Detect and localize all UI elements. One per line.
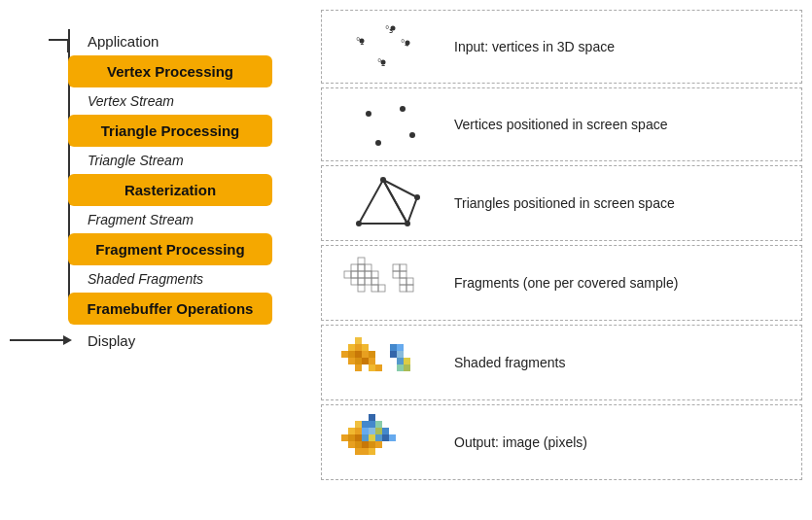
svg-point-4	[360, 38, 365, 43]
svg-rect-67	[348, 428, 355, 434]
svg-marker-13	[383, 180, 417, 224]
viz-label-4: Fragments (one per covered sample)	[454, 275, 794, 291]
viz-label-3: Triangles positioned in screen space	[454, 195, 794, 211]
viz-row-3: Triangles positioned in screen space	[321, 165, 802, 241]
svg-rect-30	[371, 271, 378, 278]
svg-point-5	[391, 25, 396, 30]
vertex-stream-label: Vertex Stream	[88, 87, 174, 115]
svg-point-8	[366, 111, 371, 117]
svg-rect-65	[404, 364, 410, 371]
svg-rect-74	[355, 448, 362, 455]
svg-rect-27	[365, 264, 371, 271]
svg-rect-64	[397, 364, 404, 371]
svg-rect-47	[355, 344, 362, 351]
svg-rect-56	[369, 364, 375, 371]
viz-row-6: Output: image (pixels)	[321, 404, 802, 480]
viz-label-1: Input: vertices in 3D space	[454, 39, 794, 54]
rasterization-box: Rasterization	[68, 174, 272, 206]
triangle-processing-box: Triangle Processing	[68, 115, 272, 147]
svg-rect-46	[355, 337, 362, 344]
svg-rect-25	[358, 278, 365, 285]
svg-rect-33	[378, 285, 385, 292]
svg-rect-70	[355, 421, 362, 428]
svg-rect-48	[355, 351, 362, 358]
svg-point-9	[400, 106, 406, 112]
viz-row-5: Shaded fragments	[321, 325, 802, 400]
svg-rect-62	[397, 358, 404, 364]
viz-row-2: Vertices positioned in screen space	[321, 87, 802, 161]
application-row: Application	[10, 33, 159, 50]
output-pixels-svg	[339, 409, 437, 475]
svg-rect-89	[375, 441, 382, 448]
svg-rect-71	[355, 428, 362, 434]
svg-rect-42	[341, 351, 348, 358]
fragment-processing-box: Fragment Processing	[68, 233, 272, 265]
svg-rect-88	[375, 434, 382, 441]
svg-rect-37	[400, 271, 406, 278]
svg-rect-69	[348, 441, 355, 448]
svg-rect-72	[355, 434, 362, 441]
svg-point-15	[380, 177, 386, 183]
display-row: Display	[10, 330, 135, 350]
svg-rect-36	[393, 271, 400, 278]
stage-row-rasterization: Rasterization	[10, 174, 311, 206]
svg-rect-76	[362, 428, 369, 434]
shaded-fragments-label: Shaded Fragments	[88, 265, 203, 293]
svg-rect-77	[362, 434, 369, 441]
svg-rect-20	[351, 271, 358, 278]
shaded-fragments-svg	[339, 329, 437, 396]
svg-rect-60	[390, 351, 397, 358]
svg-rect-86	[375, 421, 382, 428]
svg-rect-90	[382, 428, 389, 434]
svg-marker-12	[359, 180, 407, 224]
vertex-processing-box: Vertex Processing	[68, 55, 272, 87]
svg-rect-19	[351, 264, 358, 271]
viz-label-2: Vertices positioned in screen space	[454, 117, 794, 132]
svg-rect-61	[397, 351, 404, 358]
svg-rect-43	[348, 344, 355, 351]
svg-rect-57	[375, 364, 382, 371]
svg-rect-75	[362, 421, 369, 428]
svg-point-6	[406, 40, 410, 45]
viz-row-4: Fragments (one per covered sample)	[321, 245, 802, 321]
vertices-screen-svg	[344, 94, 432, 155]
svg-point-7	[381, 59, 386, 64]
display-arrow-line	[10, 339, 68, 341]
application-label: Application	[88, 33, 159, 50]
svg-rect-68	[348, 434, 355, 441]
svg-point-11	[375, 140, 381, 146]
vertices-3d-svg: °₁ °₃ °₄ °₂	[344, 16, 432, 79]
svg-rect-84	[369, 441, 375, 448]
svg-rect-39	[406, 278, 413, 285]
stream-row-shaded: Shaded Fragments	[10, 265, 311, 293]
svg-rect-49	[355, 358, 362, 364]
svg-rect-85	[369, 448, 375, 455]
svg-rect-18	[344, 271, 351, 278]
svg-rect-21	[351, 278, 358, 285]
svg-point-16	[405, 221, 410, 226]
viz-diagram-2	[330, 94, 446, 155]
stage-row-framebuffer: Framebuffer Operations	[10, 293, 311, 325]
stage-row-vertex: Vertex Processing	[10, 55, 311, 87]
triangle-stream-label: Triangle Stream	[88, 147, 184, 174]
svg-rect-28	[365, 271, 371, 278]
svg-rect-53	[362, 358, 369, 364]
svg-rect-44	[348, 351, 355, 358]
viz-diagram-1: °₁ °₃ °₄ °₂	[330, 16, 446, 79]
svg-rect-83	[369, 434, 375, 441]
svg-rect-59	[397, 344, 404, 351]
viz-diagram-3	[330, 170, 446, 236]
stream-row-vertex: Vertex Stream	[10, 87, 311, 115]
pipeline: Application Vertex Processing Vertex Str…	[10, 10, 311, 510]
pipeline-inner: Application Vertex Processing Vertex Str…	[10, 29, 311, 350]
svg-rect-63	[404, 358, 410, 364]
svg-rect-45	[348, 358, 355, 364]
fragments-svg	[339, 250, 437, 316]
svg-rect-54	[369, 351, 375, 358]
svg-rect-26	[358, 285, 365, 292]
svg-rect-52	[362, 351, 369, 358]
svg-rect-35	[400, 264, 406, 271]
svg-rect-58	[390, 344, 397, 351]
svg-point-14	[356, 221, 362, 226]
stage-row-triangle: Triangle Processing	[10, 115, 311, 147]
